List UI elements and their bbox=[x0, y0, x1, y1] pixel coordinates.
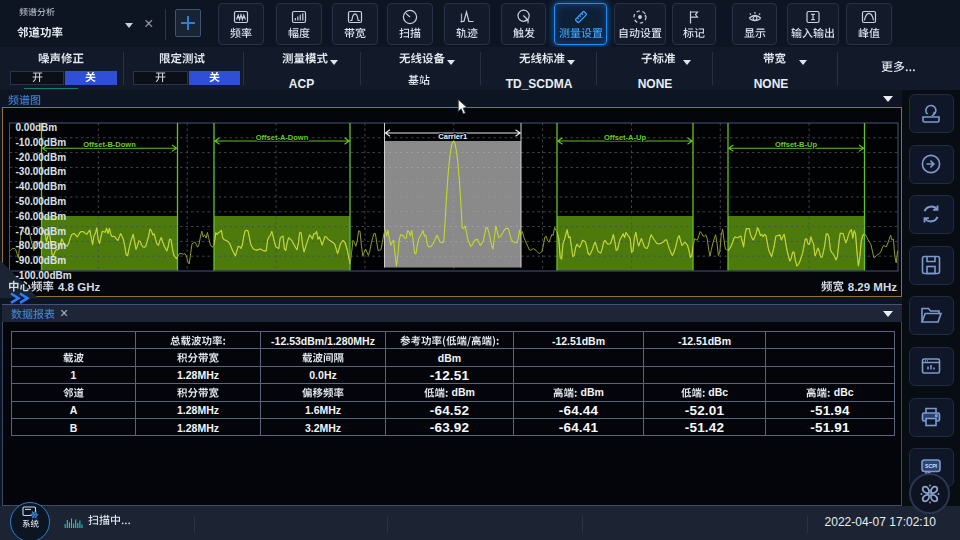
svg-text:Offset-A-Up: Offset-A-Up bbox=[604, 133, 646, 142]
svg-text:Offset-B-Up: Offset-B-Up bbox=[775, 140, 817, 149]
svg-text:Offset-B-Down: Offset-B-Down bbox=[83, 140, 136, 149]
svg-text:Offset-A-Down: Offset-A-Down bbox=[256, 133, 309, 142]
svg-text:SCPI: SCPI bbox=[925, 463, 938, 469]
svg-text:Carrier1: Carrier1 bbox=[438, 132, 467, 141]
